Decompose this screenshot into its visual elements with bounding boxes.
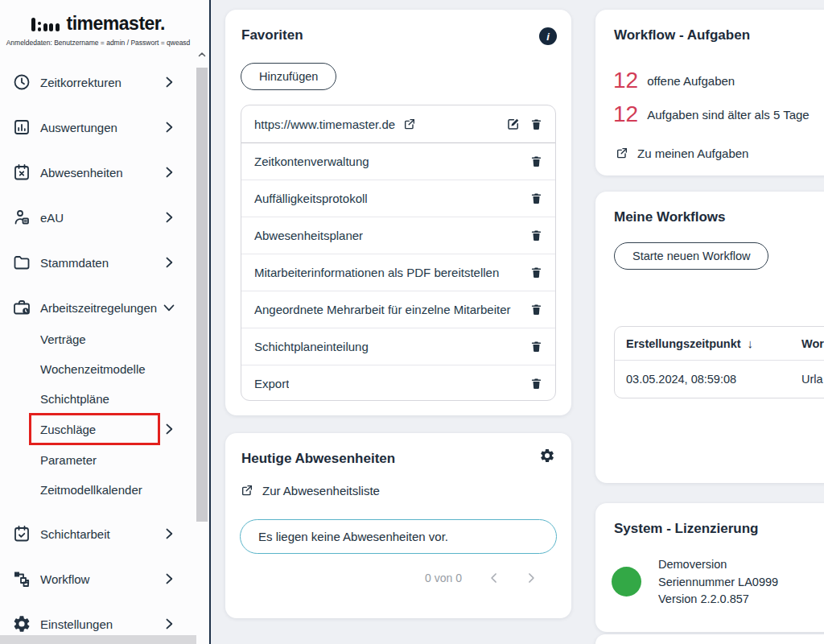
- sidebar-item-stammdaten[interactable]: Stammdaten: [0, 248, 196, 277]
- timemaster-logo-icon: [31, 17, 60, 31]
- bar-chart-icon: [12, 118, 31, 137]
- sidebar-item-zeitkorrekturen[interactable]: Zeitkorrekturen: [0, 68, 196, 97]
- trash-icon[interactable]: [528, 265, 544, 281]
- sidebar-item-einstellungen[interactable]: Einstellungen: [0, 609, 196, 638]
- scroll-up-arrow-icon[interactable]: [197, 50, 207, 60]
- favorite-label[interactable]: Angeordnete Mehrarbeit für einzelne Mita…: [254, 303, 511, 316]
- header-workflow[interactable]: Wor: [801, 337, 824, 350]
- pagination-next-icon[interactable]: [523, 570, 539, 586]
- favorite-row[interactable]: Auffälligkeitsprotokoll: [241, 180, 555, 217]
- trash-icon[interactable]: [528, 116, 544, 132]
- trash-icon[interactable]: [528, 154, 544, 170]
- license-edition: Demoversion: [658, 556, 778, 574]
- sidebar-subitem-label: Wochenzeitmodelle: [40, 362, 146, 376]
- today-absences-title: Heutige Abwesenheiten: [241, 451, 395, 467]
- table-header-row[interactable]: Erstellungszeitpunkt ↓ Wor: [615, 327, 824, 361]
- sidebar-item-eau[interactable]: eAU: [0, 203, 196, 232]
- favorite-row[interactable]: Zeitkontenverwaltung: [241, 142, 555, 180]
- license-version: Version 2.2.0.857: [658, 591, 778, 609]
- header-created[interactable]: Erstellungszeitpunkt: [626, 337, 741, 350]
- chevron-right-icon: [161, 616, 177, 632]
- sidebar-divider: [209, 0, 211, 644]
- calendar-check-icon: [12, 524, 31, 543]
- absence-list-link[interactable]: Zur Abwesenheitsliste: [239, 482, 380, 498]
- logo-text: timemaster.: [67, 13, 165, 35]
- external-link-icon: [239, 482, 255, 498]
- start-workflow-button[interactable]: Starte neuen Workflow: [614, 242, 768, 270]
- sidebar-subitem-zuschlaege[interactable]: Zuschläge: [0, 415, 196, 444]
- add-favorite-button[interactable]: Hinzufügen: [241, 63, 336, 90]
- chevron-right-icon: [161, 164, 177, 180]
- sidebar-subitem-vertraege[interactable]: Verträge: [0, 324, 196, 353]
- chevron-right-icon: [161, 119, 177, 135]
- sidebar-subitem-schichtplaene[interactable]: Schichtpläne: [0, 384, 196, 413]
- sidebar-item-abwesenheiten[interactable]: Abwesenheiten: [0, 158, 196, 187]
- sidebar-item-label: Einstellungen: [40, 617, 113, 631]
- favorite-label[interactable]: Mitarbeiterinformationen als PDF bereits…: [254, 266, 499, 279]
- favorite-row[interactable]: Export: [241, 365, 555, 401]
- sidebar-subitem-zeitmodellkalender[interactable]: Zeitmodellkalender: [0, 475, 196, 504]
- sidebar-item-label: Stammdaten: [40, 256, 109, 270]
- old-tasks-count: 12: [613, 101, 638, 127]
- no-absences-message: Es liegen keine Abwesenheiten vor.: [240, 519, 557, 554]
- favorite-row[interactable]: Angeordnete Mehrarbeit für einzelne Mita…: [241, 291, 555, 328]
- favorite-row[interactable]: Schichtplaneinteilung: [241, 328, 555, 365]
- trash-icon[interactable]: [528, 339, 544, 355]
- my-tasks-link[interactable]: Zu meinen Aufgaben: [614, 145, 748, 161]
- sidebar-subitem-label: Zuschläge: [40, 423, 96, 436]
- sidebar-subitem-label: Parameter: [40, 453, 97, 467]
- pagination-prev-icon[interactable]: [486, 570, 502, 586]
- favorite-label[interactable]: Auffälligkeitsprotokoll: [254, 192, 368, 205]
- sidebar-item-schichtarbeit[interactable]: Schichtarbeit: [0, 519, 196, 548]
- cell-workflow: Urla: [801, 373, 823, 386]
- external-link-icon[interactable]: [402, 116, 418, 132]
- sidebar-subitem-label: Verträge: [40, 332, 86, 346]
- edit-icon[interactable]: [505, 116, 521, 132]
- workflows-table: Erstellungszeitpunkt ↓ Wor 03.05.2024, 0…: [614, 326, 824, 398]
- favorites-card: Favoriten i Hinzufügen https://www.timem…: [225, 10, 571, 415]
- sidebar-item-auswertungen[interactable]: Auswertungen: [0, 113, 196, 142]
- sidebar-subitem-parameter[interactable]: Parameter: [0, 445, 196, 474]
- chevron-right-icon: [161, 209, 177, 225]
- license-title: System - Lizenzierung: [614, 521, 758, 537]
- favorites-title: Favoriten: [241, 27, 303, 43]
- chevron-down-icon: [161, 299, 177, 316]
- favorite-label[interactable]: Abwesenheitsplaner: [254, 229, 363, 242]
- license-card: System - Lizenzierung Demoversion Serien…: [595, 503, 824, 632]
- favorite-label[interactable]: Schichtplaneinteilung: [254, 340, 369, 353]
- sidebar-subitem-label: Zeitmodellkalender: [40, 483, 142, 497]
- trash-icon[interactable]: [528, 191, 544, 207]
- table-row[interactable]: 03.05.2024, 08:59:08 Urla: [615, 361, 824, 398]
- sidebar-item-label: Abwesenheiten: [40, 166, 123, 180]
- scrollbar-thumb[interactable]: [196, 68, 208, 522]
- favorite-link[interactable]: https://www.timemaster.de: [254, 118, 395, 131]
- favorites-list: https://www.timemaster.de Zeitkontenverw…: [241, 105, 556, 401]
- sidebar-subitem-wochenzeitmodelle[interactable]: Wochenzeitmodelle: [0, 354, 196, 383]
- favorite-label[interactable]: Zeitkontenverwaltung: [254, 155, 369, 168]
- sidebar-item-label: Auswertungen: [40, 121, 117, 134]
- workflow-tasks-card: Workflow - Aufgaben 12 offene Aufgaben 1…: [595, 10, 824, 175]
- calendar-x-icon: [12, 163, 31, 182]
- trash-icon[interactable]: [528, 302, 544, 318]
- today-absences-card: Heutige Abwesenheiten Zur Abwesenheitsli…: [225, 433, 571, 618]
- info-icon[interactable]: i: [539, 27, 557, 45]
- license-status-dot: [612, 567, 641, 597]
- sidebar-horizontal-scrollbar[interactable]: [0, 635, 196, 644]
- trash-icon[interactable]: [528, 228, 544, 244]
- chevron-right-icon: [161, 74, 177, 90]
- chevron-right-icon: [161, 526, 177, 542]
- favorite-row[interactable]: Mitarbeiterinformationen als PDF bereits…: [241, 254, 555, 291]
- favorite-label[interactable]: Export: [254, 377, 289, 390]
- sidebar-item-label: eAU: [40, 211, 64, 225]
- favorite-row[interactable]: Abwesenheitsplaner: [241, 217, 555, 254]
- favorite-row[interactable]: https://www.timemaster.de: [241, 105, 555, 142]
- chevron-right-icon: [161, 254, 177, 270]
- trash-icon[interactable]: [528, 376, 544, 392]
- gear-icon[interactable]: [539, 448, 555, 464]
- sidebar-item-label: Schichtarbeit: [40, 527, 110, 541]
- sidebar-vertical-scrollbar[interactable]: [196, 48, 208, 636]
- license-serial: Seriennummer LA0999: [658, 574, 778, 592]
- sidebar-item-workflow[interactable]: Workflow: [0, 564, 196, 593]
- sidebar-item-arbeitszeitregelungen[interactable]: Arbeitszeitregelungen: [0, 293, 196, 322]
- license-info: Demoversion Seriennummer LA0999 Version …: [658, 556, 778, 609]
